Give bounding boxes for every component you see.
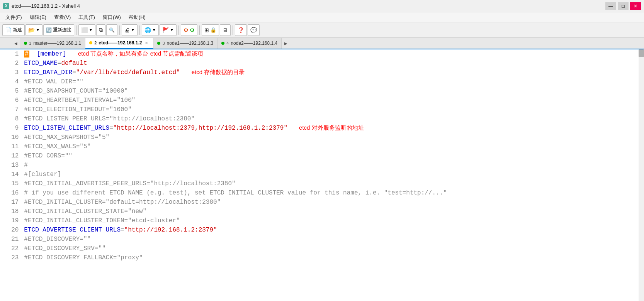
comment-text: #ETCD_DISCOVERY_FALLBACK="proxy" [24,254,143,261]
menu-help[interactable]: 帮助(H) [125,13,150,22]
table-row: 21#ETCD_DISCOVERY="" [0,235,644,244]
toolbar-sep-4 [178,25,179,35]
tab-4[interactable]: 4 node2——192.168.1.4 [217,38,282,49]
line-annotation: etcd 存储数据的目录 [192,69,245,75]
tab-2-close[interactable]: ✕ [144,40,149,46]
maximize-button[interactable]: □ [618,2,629,10]
eq-sign: = [109,125,113,132]
comment-text: #ETCD_SNAPSHOT_COUNT="10000" [24,88,128,95]
table-row: 13# [0,161,644,170]
comment-text: #ETCD_ELECTION_TIMEOUT="1000" [24,106,131,113]
comment-text: #ETCD_INITIAL_ADVERTISE_PEER_URLS="http:… [24,180,235,187]
special-icon2: ⚙ [190,27,195,33]
eq-sign: = [72,69,76,76]
table-row: 1# [member]etcd 节点名称，如果有多台 etcd 节点需配置该项 [0,49,644,59]
line-content: # [22,161,644,170]
tab-3[interactable]: 3 node1——192.168.1.3 [153,38,217,49]
line-content: #ETCD_DISCOVERY="" [22,235,644,244]
toolbar: 新建 📂 ▼ 🔄 重新连接 ⬜ ▼ ⧉ 🔍 🖨 ▼ 🌐 ▼ 🚩 ▼ ⚙ ⚙ ⊞ … [0,22,644,38]
key-text: ETCD_NAME [24,60,57,67]
line-number: 22 [0,244,22,253]
monitor-button[interactable]: 🖥 [220,24,231,36]
line-number: 19 [0,216,22,225]
line-content: # if you use different ETCD_NAME (e.g. t… [22,188,644,198]
table-row: 10#ETCD_MAX_SNAPSHOTS="5" [0,133,644,142]
reconnect-label: 重新连接 [53,27,71,33]
copy-button[interactable]: ⧉ [96,24,105,36]
print-button[interactable]: 🖨 ▼ [122,24,138,36]
table-row: 5#ETCD_SNAPSHOT_COUNT="10000" [0,86,644,96]
line-content: #ETCD_MAX_SNAPSHOTS="5" [22,133,644,142]
tab-2[interactable]: 2 etcd——192.168.1.2 ✕ [85,38,153,49]
code-table: 1# [member]etcd 节点名称，如果有多台 etcd 节点需配置该项2… [0,49,644,262]
code-editor: 1# [member]etcd 节点名称，如果有多台 etcd 节点需配置该项2… [0,49,644,301]
value-text: "http://192.168.1.2:2379" [124,227,217,233]
comment-text: # if you use different ETCD_NAME (e.g. t… [24,189,447,196]
tab-2-dot [89,41,92,44]
minimize-button[interactable]: — [605,2,616,10]
line-content: #ETCD_INITIAL_ADVERTISE_PEER_URLS="http:… [22,179,644,188]
tab-1[interactable]: 1 master——192.168.1.1 [20,38,85,49]
line-number: 20 [0,225,22,235]
key-text: ETCD_DATA_DIR [24,69,72,76]
special-button[interactable]: ⚙ ⚙ [181,24,197,36]
chat-icon: 💬 [250,27,257,33]
line-number: 2 [0,59,22,68]
comment-text: #ETCD_MAX_SNAPSHOTS="5" [24,134,109,141]
menu-window[interactable]: 窗口(W) [99,13,125,22]
line-content: #ETCD_INITIAL_CLUSTER_TOKEN="etcd-cluste… [22,216,644,225]
flag-icon: 🚩 [162,27,169,33]
value-text: default [61,60,87,67]
line-content: #ETCD_DISCOVERY_SRV="" [22,244,644,253]
open-button[interactable]: 📂 ▼ [25,24,42,36]
app-icon: X [3,3,9,9]
close-button[interactable]: ✕ [630,2,641,10]
print-arrow: ▼ [131,28,135,32]
line-content: #ETCD_DISCOVERY_FALLBACK="proxy" [22,253,644,262]
menu-file[interactable]: 文件(F) [2,13,26,22]
grid-button[interactable]: ⊞ 🔒 [202,24,219,36]
line-number: 6 [0,96,22,105]
help-button[interactable]: ❓ [235,24,247,36]
tab-1-label: master——192.168.1.1 [33,41,81,46]
reconnect-button[interactable]: 🔄 重新连接 [43,24,74,36]
new-button[interactable]: 新建 [2,24,25,36]
eq-sign: = [58,60,61,67]
comment-text: #ETCD_MAX_WALS="5" [24,143,91,150]
line-text: [member] [29,51,66,57]
table-row: 15#ETCD_INITIAL_ADVERTISE_PEER_URLS="htt… [0,179,644,188]
tab-4-number: 4 [226,41,229,46]
scroll-thumb[interactable] [639,49,644,57]
line-number: 13 [0,161,22,170]
highlighted-hash: # [24,51,29,57]
value-text: "/var/lib/etcd/default.etcd" [76,69,180,76]
vertical-scrollbar[interactable] [639,49,644,301]
table-row: 3ETCD_DATA_DIR="/var/lib/etcd/default.et… [0,68,644,77]
menu-view[interactable]: 查看(V) [50,13,75,22]
table-row: 18#ETCD_INITIAL_CLUSTER_STATE="new" [0,207,644,216]
comment-text: #ETCD_HEARTBEAT_INTERVAL="100" [24,97,135,104]
terminal-button[interactable]: ⬜ ▼ [78,24,95,36]
chat-button[interactable]: 💬 [248,24,260,36]
line-number: 16 [0,188,22,198]
line-content: ETCD_ADVERTISE_CLIENT_URLS="http://192.1… [22,225,644,235]
key-text: ETCD_ADVERTISE_CLIENT_URLS [24,227,121,233]
line-number: 10 [0,133,22,142]
toolbar-sep-6 [233,25,233,35]
flag-button[interactable]: 🚩 ▼ [160,24,177,36]
toolbar-sep-2 [119,25,120,35]
menu-tools[interactable]: 工具(T) [75,13,99,22]
table-row: 8#ETCD_LISTEN_PEER_URLS="http://localhos… [0,114,644,123]
line-content: #ETCD_WAL_DIR="" [22,77,644,86]
tab-next-button[interactable]: ▶ [282,38,290,49]
menu-edit[interactable]: 编辑(E) [26,13,50,22]
tab-3-label: node1——192.168.1.3 [167,41,214,46]
line-number: 21 [0,235,22,244]
globe-button[interactable]: 🌐 ▼ [142,24,159,36]
table-row: 19#ETCD_INITIAL_CLUSTER_TOKEN="etcd-clus… [0,216,644,225]
tab-prev-button[interactable]: ◀ [12,38,20,49]
find-icon: 🔍 [109,27,115,33]
table-row: 2ETCD_NAME=default [0,59,644,68]
comment-text: #ETCD_INITIAL_CLUSTER_STATE="new" [24,208,146,215]
find-button[interactable]: 🔍 [106,24,117,36]
